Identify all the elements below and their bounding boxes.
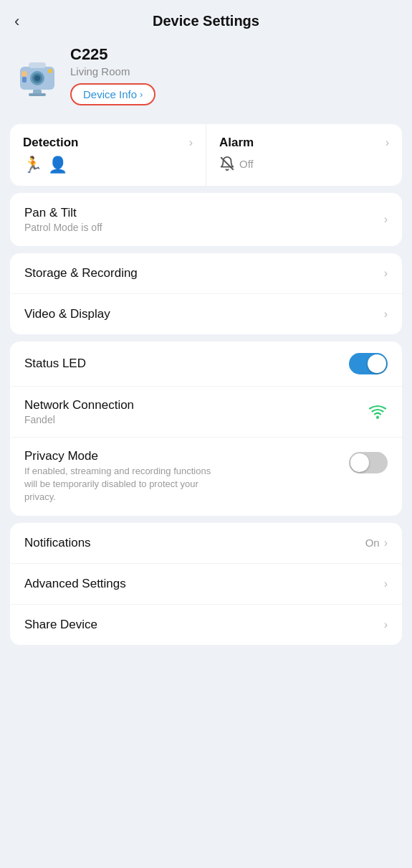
alarm-status: Off: [219, 156, 389, 171]
alarm-off-icon: [219, 156, 235, 171]
svg-point-8: [21, 71, 27, 77]
privacy-mode-row: Privacy Mode If enabled, streaming and r…: [10, 438, 402, 516]
detection-alarm-card: Detection › 🏃 👤 Alarm › Off: [10, 124, 402, 186]
svg-rect-9: [22, 77, 27, 82]
person-icon: 👤: [48, 156, 67, 174]
share-device-title: Share Device: [24, 618, 97, 632]
status-network-privacy-card: Status LED Network Connection Fandel Pri…: [10, 341, 402, 516]
header: ‹ Device Settings: [0, 0, 412, 38]
storage-recording-chevron: ›: [384, 267, 388, 280]
device-info-chevron: ›: [140, 89, 143, 100]
network-connection-item[interactable]: Network Connection Fandel: [10, 387, 402, 438]
svg-rect-4: [29, 62, 46, 68]
pan-tilt-subtitle: Patrol Mode is off: [24, 222, 102, 233]
notifications-value: On: [365, 537, 380, 549]
privacy-title: Privacy Mode: [24, 449, 225, 463]
device-details: C225 Living Room Device Info ›: [70, 45, 155, 105]
detection-icons: 🏃 👤: [23, 156, 193, 174]
network-title: Network Connection: [24, 398, 134, 412]
wifi-icon: [368, 404, 388, 420]
detection-title: Detection: [23, 136, 78, 150]
video-display-item[interactable]: Video & Display ›: [10, 294, 402, 334]
advanced-settings-title: Advanced Settings: [24, 577, 126, 591]
svg-point-5: [48, 69, 52, 73]
notifications-title: Notifications: [24, 536, 91, 550]
page-title: Device Settings: [153, 13, 259, 29]
toggle-thumb: [368, 354, 386, 373]
video-display-chevron: ›: [384, 308, 388, 321]
pan-tilt-title: Pan & Tilt: [24, 206, 102, 220]
device-card: C225 Living Room Device Info ›: [0, 38, 412, 117]
notifications-item[interactable]: Notifications On ›: [10, 523, 402, 564]
privacy-toggle[interactable]: [349, 452, 388, 473]
bottom-card: Notifications On › Advanced Settings › S…: [10, 523, 402, 645]
storage-recording-title: Storage & Recording: [24, 266, 138, 280]
pan-tilt-card: Pan & Tilt Patrol Mode is off ›: [10, 193, 402, 246]
notifications-chevron: ›: [384, 537, 388, 549]
alarm-chevron: ›: [385, 136, 389, 149]
status-led-row: Status LED: [10, 341, 402, 387]
back-button[interactable]: ‹: [14, 12, 19, 31]
device-location: Living Room: [70, 65, 155, 77]
detection-chevron: ›: [189, 136, 193, 149]
network-subtitle: Fandel: [24, 414, 134, 425]
pan-tilt-item[interactable]: Pan & Tilt Patrol Mode is off ›: [10, 193, 402, 246]
svg-point-3: [34, 75, 40, 81]
status-led-toggle[interactable]: [349, 353, 388, 374]
storage-video-card: Storage & Recording › Video & Display ›: [10, 253, 402, 334]
svg-rect-7: [29, 93, 46, 96]
video-display-title: Video & Display: [24, 307, 110, 321]
advanced-settings-chevron: ›: [384, 577, 388, 590]
advanced-settings-item[interactable]: Advanced Settings ›: [10, 564, 402, 605]
share-device-chevron: ›: [384, 618, 388, 631]
status-led-title: Status LED: [24, 357, 86, 371]
device-info-label: Device Info: [83, 88, 137, 100]
privacy-toggle-thumb: [350, 453, 369, 472]
running-icon: 🏃: [23, 156, 42, 174]
alarm-item[interactable]: Alarm › Off: [206, 124, 402, 186]
device-info-button[interactable]: Device Info ›: [70, 83, 155, 105]
device-image: [14, 52, 60, 98]
alarm-title: Alarm: [219, 136, 254, 150]
alarm-off-text: Off: [239, 158, 254, 170]
share-device-item[interactable]: Share Device ›: [10, 605, 402, 645]
svg-point-11: [376, 416, 379, 419]
pan-tilt-chevron: ›: [384, 213, 388, 226]
storage-recording-item[interactable]: Storage & Recording ›: [10, 253, 402, 294]
device-model: C225: [70, 45, 155, 64]
privacy-description: If enabled, streaming and recording func…: [24, 465, 225, 504]
detection-item[interactable]: Detection › 🏃 👤: [10, 124, 206, 186]
